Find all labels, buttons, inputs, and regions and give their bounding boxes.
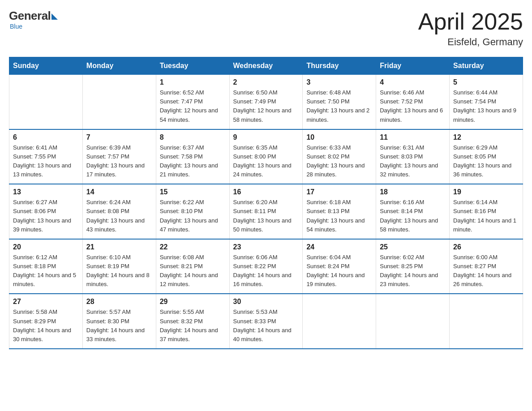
logo-arrow-icon xyxy=(51,13,58,20)
day-info: Sunrise: 6:48 AMSunset: 7:50 PMDaylight:… xyxy=(306,88,372,124)
day-info: Sunrise: 6:04 AMSunset: 8:24 PMDaylight:… xyxy=(306,253,372,289)
calendar-cell: 11Sunrise: 6:31 AMSunset: 8:03 PMDayligh… xyxy=(376,129,450,184)
col-thursday: Thursday xyxy=(303,57,376,75)
calendar-cell: 4Sunrise: 6:46 AMSunset: 7:52 PMDaylight… xyxy=(376,75,450,129)
calendar-cell: 29Sunrise: 5:55 AMSunset: 8:32 PMDayligh… xyxy=(156,294,229,349)
calendar-cell: 9Sunrise: 6:35 AMSunset: 8:00 PMDaylight… xyxy=(229,129,303,184)
calendar-cell: 1Sunrise: 6:52 AMSunset: 7:47 PMDaylight… xyxy=(156,75,229,129)
logo-top: General xyxy=(9,9,58,23)
day-number: 1 xyxy=(160,78,226,86)
calendar-cell: 6Sunrise: 6:41 AMSunset: 7:55 PMDaylight… xyxy=(9,129,83,184)
day-info: Sunrise: 6:41 AMSunset: 7:55 PMDaylight:… xyxy=(13,143,79,180)
day-info: Sunrise: 6:18 AMSunset: 8:13 PMDaylight:… xyxy=(306,198,372,234)
logo: General Blue xyxy=(9,9,58,30)
calendar-week-row: 20Sunrise: 6:12 AMSunset: 8:18 PMDayligh… xyxy=(9,239,523,294)
col-sunday: Sunday xyxy=(9,57,83,75)
calendar-cell: 24Sunrise: 6:04 AMSunset: 8:24 PMDayligh… xyxy=(303,239,376,294)
calendar-table: Sunday Monday Tuesday Wednesday Thursday… xyxy=(9,57,523,349)
calendar-cell: 21Sunrise: 6:10 AMSunset: 8:19 PMDayligh… xyxy=(82,239,156,294)
calendar-cell: 30Sunrise: 5:53 AMSunset: 8:33 PMDayligh… xyxy=(229,294,303,349)
day-number: 5 xyxy=(453,78,519,86)
calendar-cell: 17Sunrise: 6:18 AMSunset: 8:13 PMDayligh… xyxy=(303,184,376,239)
calendar-cell: 12Sunrise: 6:29 AMSunset: 8:05 PMDayligh… xyxy=(450,129,523,184)
title-area: April 2025 Eisfeld, Germany xyxy=(418,9,523,48)
day-number: 9 xyxy=(233,133,299,141)
calendar-cell xyxy=(450,294,523,349)
day-info: Sunrise: 6:33 AMSunset: 8:02 PMDaylight:… xyxy=(306,143,372,180)
col-saturday: Saturday xyxy=(450,57,523,75)
day-number: 6 xyxy=(13,133,79,141)
day-info: Sunrise: 6:39 AMSunset: 7:57 PMDaylight:… xyxy=(86,143,152,180)
calendar-cell: 7Sunrise: 6:39 AMSunset: 7:57 PMDaylight… xyxy=(82,129,156,184)
calendar-header-row: Sunday Monday Tuesday Wednesday Thursday… xyxy=(9,57,523,75)
calendar-week-row: 13Sunrise: 6:27 AMSunset: 8:06 PMDayligh… xyxy=(9,184,523,239)
calendar-cell: 10Sunrise: 6:33 AMSunset: 8:02 PMDayligh… xyxy=(303,129,376,184)
day-number: 29 xyxy=(160,298,226,306)
day-number: 12 xyxy=(453,133,519,141)
day-number: 20 xyxy=(13,243,79,251)
calendar-cell: 27Sunrise: 5:58 AMSunset: 8:29 PMDayligh… xyxy=(9,294,83,349)
calendar-cell: 20Sunrise: 6:12 AMSunset: 8:18 PMDayligh… xyxy=(9,239,83,294)
day-info: Sunrise: 6:00 AMSunset: 8:27 PMDaylight:… xyxy=(453,253,519,289)
day-info: Sunrise: 6:12 AMSunset: 8:18 PMDaylight:… xyxy=(13,253,79,289)
calendar-cell: 26Sunrise: 6:00 AMSunset: 8:27 PMDayligh… xyxy=(450,239,523,294)
day-number: 28 xyxy=(86,298,152,306)
day-info: Sunrise: 5:58 AMSunset: 8:29 PMDaylight:… xyxy=(13,308,79,344)
day-number: 11 xyxy=(380,133,446,141)
calendar-cell: 23Sunrise: 6:06 AMSunset: 8:22 PMDayligh… xyxy=(229,239,303,294)
day-number: 26 xyxy=(453,243,519,251)
calendar-cell: 14Sunrise: 6:24 AMSunset: 8:08 PMDayligh… xyxy=(82,184,156,239)
calendar-cell: 5Sunrise: 6:44 AMSunset: 7:54 PMDaylight… xyxy=(450,75,523,129)
day-info: Sunrise: 6:02 AMSunset: 8:25 PMDaylight:… xyxy=(380,253,446,289)
day-info: Sunrise: 6:22 AMSunset: 8:10 PMDaylight:… xyxy=(160,198,226,234)
day-number: 25 xyxy=(380,243,446,251)
location-subtitle: Eisfeld, Germany xyxy=(418,36,523,48)
day-info: Sunrise: 5:55 AMSunset: 8:32 PMDaylight:… xyxy=(160,308,226,344)
calendar-cell xyxy=(9,75,83,129)
calendar-cell xyxy=(376,294,450,349)
day-number: 22 xyxy=(160,243,226,251)
page-header: General Blue April 2025 Eisfeld, Germany xyxy=(9,9,523,48)
day-info: Sunrise: 6:46 AMSunset: 7:52 PMDaylight:… xyxy=(380,88,446,124)
calendar-cell: 15Sunrise: 6:22 AMSunset: 8:10 PMDayligh… xyxy=(156,184,229,239)
day-number: 27 xyxy=(13,298,79,306)
day-number: 15 xyxy=(160,188,226,196)
day-info: Sunrise: 5:53 AMSunset: 8:33 PMDaylight:… xyxy=(233,308,299,344)
day-number: 21 xyxy=(86,243,152,251)
col-tuesday: Tuesday xyxy=(156,57,229,75)
day-number: 8 xyxy=(160,133,226,141)
day-number: 30 xyxy=(233,298,299,306)
day-info: Sunrise: 6:10 AMSunset: 8:19 PMDaylight:… xyxy=(86,253,152,289)
calendar-cell: 16Sunrise: 6:20 AMSunset: 8:11 PMDayligh… xyxy=(229,184,303,239)
day-info: Sunrise: 6:24 AMSunset: 8:08 PMDaylight:… xyxy=(86,198,152,234)
day-number: 4 xyxy=(380,78,446,86)
day-number: 19 xyxy=(453,188,519,196)
day-number: 24 xyxy=(306,243,372,251)
day-info: Sunrise: 6:52 AMSunset: 7:47 PMDaylight:… xyxy=(160,88,226,124)
calendar-cell: 2Sunrise: 6:50 AMSunset: 7:49 PMDaylight… xyxy=(229,75,303,129)
calendar-cell xyxy=(303,294,376,349)
logo-general-text: General xyxy=(9,9,51,23)
day-number: 17 xyxy=(306,188,372,196)
col-friday: Friday xyxy=(376,57,450,75)
day-number: 23 xyxy=(233,243,299,251)
day-number: 7 xyxy=(86,133,152,141)
day-info: Sunrise: 6:35 AMSunset: 8:00 PMDaylight:… xyxy=(233,143,299,180)
day-number: 3 xyxy=(306,78,372,86)
day-info: Sunrise: 6:20 AMSunset: 8:11 PMDaylight:… xyxy=(233,198,299,234)
col-monday: Monday xyxy=(82,57,156,75)
day-info: Sunrise: 5:57 AMSunset: 8:30 PMDaylight:… xyxy=(86,308,152,344)
day-info: Sunrise: 6:27 AMSunset: 8:06 PMDaylight:… xyxy=(13,198,79,234)
calendar-cell: 22Sunrise: 6:08 AMSunset: 8:21 PMDayligh… xyxy=(156,239,229,294)
day-number: 2 xyxy=(233,78,299,86)
day-info: Sunrise: 6:08 AMSunset: 8:21 PMDaylight:… xyxy=(160,253,226,289)
calendar-cell: 19Sunrise: 6:14 AMSunset: 8:16 PMDayligh… xyxy=(450,184,523,239)
day-info: Sunrise: 6:31 AMSunset: 8:03 PMDaylight:… xyxy=(380,143,446,180)
calendar-week-row: 27Sunrise: 5:58 AMSunset: 8:29 PMDayligh… xyxy=(9,294,523,349)
day-info: Sunrise: 6:50 AMSunset: 7:49 PMDaylight:… xyxy=(233,88,299,124)
day-info: Sunrise: 6:29 AMSunset: 8:05 PMDaylight:… xyxy=(453,143,519,180)
day-number: 18 xyxy=(380,188,446,196)
day-number: 16 xyxy=(233,188,299,196)
calendar-cell: 8Sunrise: 6:37 AMSunset: 7:58 PMDaylight… xyxy=(156,129,229,184)
calendar-cell xyxy=(82,75,156,129)
